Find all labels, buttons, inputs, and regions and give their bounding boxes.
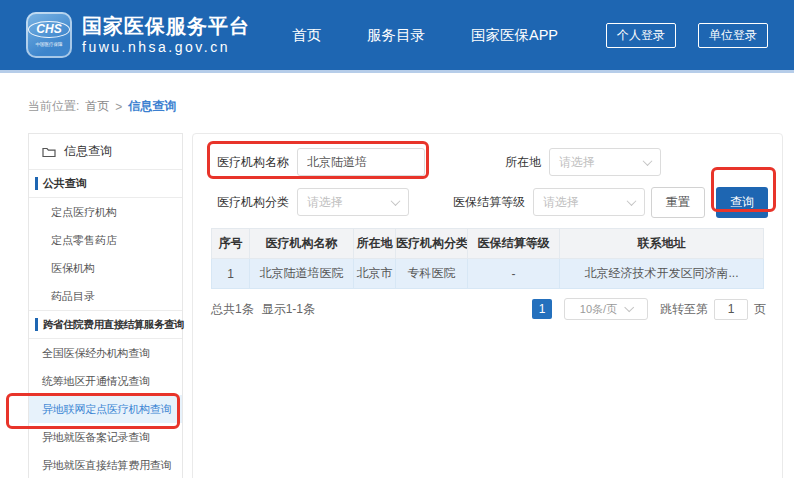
breadcrumb-prefix: 当前位置: [28, 98, 79, 115]
folder-icon [42, 146, 56, 158]
col-institution-type: 医疗机构分类 [396, 229, 468, 259]
table-row[interactable]: 1 北京陆道培医院 北京市 专科医院 - 北京经济技术开发区同济南... [212, 259, 764, 289]
col-index: 序号 [212, 229, 250, 259]
main-panel: 医疗机构名称 所在地 请选择 医疗机构分类 请选择 医保结算等级 请选择 重置 … [192, 133, 783, 478]
sidebar-item-remote-filing-record-query[interactable]: 异地就医备案记录查询 [29, 423, 182, 451]
reset-button[interactable]: 重置 [651, 187, 705, 218]
unit-login-button[interactable]: 单位登录 [698, 23, 768, 48]
form-row-1: 医疗机构名称 所在地 请选择 [211, 148, 768, 176]
nav-service-catalog[interactable]: 服务目录 [367, 26, 425, 45]
cell-contact-address: 北京经济技术开发区同济南... [560, 259, 764, 289]
breadcrumb-home[interactable]: 首页 [85, 98, 109, 115]
nav-medical-insurance-app[interactable]: 国家医保APP [471, 26, 558, 45]
form-buttons: 重置 查询 [651, 187, 768, 218]
chs-logo-text: CHS [28, 21, 69, 38]
sidebar-item-designated-retail-pharmacies[interactable]: 定点零售药店 [29, 226, 182, 254]
hospital-name-label: 医疗机构名称 [211, 154, 289, 171]
table-header-row: 序号 医疗机构名称 所在地 医疗机构分类 医保结算等级 联系地址 [212, 229, 764, 259]
site-title: 国家医保服务平台 [82, 14, 250, 38]
site-domain: fuwu.nhsa.gov.cn [82, 38, 250, 56]
showing-range: 显示1-1条 [262, 301, 315, 318]
location-label: 所在地 [453, 154, 541, 171]
settlement-level-label: 医保结算等级 [437, 194, 525, 211]
header-actions: 个人登录 单位登录 [606, 23, 768, 48]
sidebar-section-cross-province-settlement: 跨省住院费用直接结算服务查询 [29, 311, 182, 339]
sidebar-group-public: 定点医疗机构 定点零售药店 医保机构 药品目录 [29, 198, 182, 311]
breadcrumb-current[interactable]: 信息查询 [128, 98, 176, 115]
sidebar-item-national-agency-query[interactable]: 全国医保经办机构查询 [29, 339, 182, 367]
section-label: 跨省住院费用直接结算服务查询 [43, 318, 184, 332]
header: CHS 中国医疗保障 国家医保服务平台 fuwu.nhsa.gov.cn 首页 … [0, 0, 794, 73]
col-contact-address: 联系地址 [560, 229, 764, 259]
total-count: 总共1条 [211, 301, 254, 318]
pagination: 总共1条 显示1-1条 1 10条/页 跳转至第 页 [211, 298, 766, 320]
chevron-down-icon [391, 196, 401, 206]
col-settlement-level: 医保结算等级 [468, 229, 560, 259]
sidebar-item-remote-settlement-expense-query[interactable]: 异地就医直接结算费用查询 [29, 451, 182, 478]
search-form: 医疗机构名称 所在地 请选择 医疗机构分类 请选择 医保结算等级 请选择 重置 … [193, 134, 782, 216]
sidebar-group-cross-province: 全国医保经办机构查询 统筹地区开通情况查询 异地联网定点医疗机构查询 异地就医备… [29, 339, 182, 478]
section-accent-bar [35, 318, 38, 331]
sidebar-item-remote-networked-institution-query[interactable]: 异地联网定点医疗机构查询 [29, 395, 182, 423]
cell-location: 北京市 [354, 259, 396, 289]
breadcrumb: 当前位置: 首页 > 信息查询 [28, 98, 176, 115]
cell-institution-type: 专科医院 [396, 259, 468, 289]
section-label: 公共查询 [43, 176, 87, 191]
cell-settlement-level: - [468, 259, 560, 289]
sidebar: 信息查询 公共查询 定点医疗机构 定点零售药店 医保机构 药品目录 跨省住院费用… [28, 133, 183, 478]
chevron-down-icon [624, 302, 634, 312]
jump-prefix: 跳转至第 [660, 301, 708, 318]
site-logo[interactable]: CHS 中国医疗保障 国家医保服务平台 fuwu.nhsa.gov.cn [26, 12, 250, 58]
cell-index: 1 [212, 259, 250, 289]
breadcrumb-separator: > [115, 100, 122, 114]
page-jump: 跳转至第 页 [660, 299, 766, 320]
sidebar-title-label: 信息查询 [64, 143, 112, 160]
chevron-down-icon [627, 196, 637, 206]
personal-login-button[interactable]: 个人登录 [606, 23, 676, 48]
sidebar-item-drug-catalog[interactable]: 药品目录 [29, 282, 182, 310]
sidebar-item-region-activation-query[interactable]: 统筹地区开通情况查询 [29, 367, 182, 395]
col-institution-name: 医疗机构名称 [250, 229, 354, 259]
col-location: 所在地 [354, 229, 396, 259]
location-select-placeholder: 请选择 [559, 154, 595, 171]
cell-institution-name: 北京陆道培医院 [250, 259, 354, 289]
logo-text: 国家医保服务平台 fuwu.nhsa.gov.cn [82, 14, 250, 56]
chs-logo-subtext: 中国医疗保障 [36, 41, 63, 48]
search-button[interactable]: 查询 [716, 187, 768, 218]
sidebar-item-medical-insurance-agencies[interactable]: 医保机构 [29, 254, 182, 282]
sidebar-title[interactable]: 信息查询 [29, 134, 182, 170]
nav-home[interactable]: 首页 [292, 26, 321, 45]
chevron-down-icon [643, 156, 653, 166]
hospital-name-input[interactable] [297, 148, 425, 176]
section-accent-bar [35, 177, 38, 190]
form-row-2: 医疗机构分类 请选择 医保结算等级 请选择 重置 查询 [211, 188, 768, 216]
main-nav: 首页 服务目录 国家医保APP [292, 26, 558, 45]
chs-logo-icon: CHS 中国医疗保障 [26, 12, 72, 58]
page-number-button[interactable]: 1 [532, 299, 552, 319]
sidebar-item-designated-medical-institutions[interactable]: 定点医疗机构 [29, 198, 182, 226]
pagination-summary: 总共1条 显示1-1条 [211, 301, 315, 318]
pagination-controls: 1 10条/页 跳转至第 页 [532, 298, 766, 320]
sidebar-section-public-query: 公共查询 [29, 170, 182, 198]
institution-type-select[interactable]: 请选择 [297, 188, 409, 216]
settlement-level-select[interactable]: 请选择 [533, 188, 645, 216]
results-table: 序号 医疗机构名称 所在地 医疗机构分类 医保结算等级 联系地址 1 北京陆道培… [211, 228, 764, 289]
institution-type-placeholder: 请选择 [307, 194, 343, 211]
institution-type-label: 医疗机构分类 [211, 194, 289, 211]
jump-page-input[interactable] [714, 299, 748, 320]
page-size-select[interactable]: 10条/页 [564, 298, 648, 320]
location-select[interactable]: 请选择 [549, 148, 661, 176]
page-size-value: 10条/页 [580, 302, 617, 317]
settlement-level-placeholder: 请选择 [543, 194, 579, 211]
jump-suffix: 页 [754, 301, 766, 318]
